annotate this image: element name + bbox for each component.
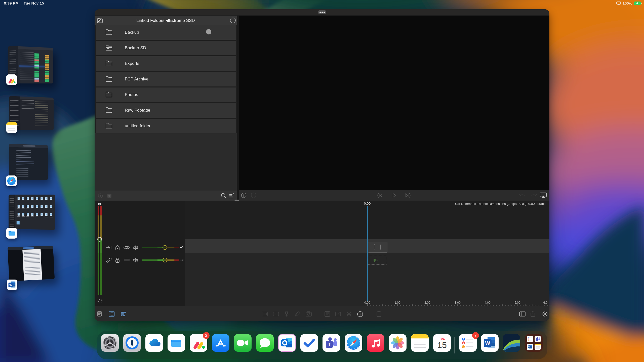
svg-text:a: a: [232, 193, 234, 196]
svg-text:15: 15: [437, 340, 447, 350]
svg-text:TUE: TUE: [439, 337, 445, 340]
